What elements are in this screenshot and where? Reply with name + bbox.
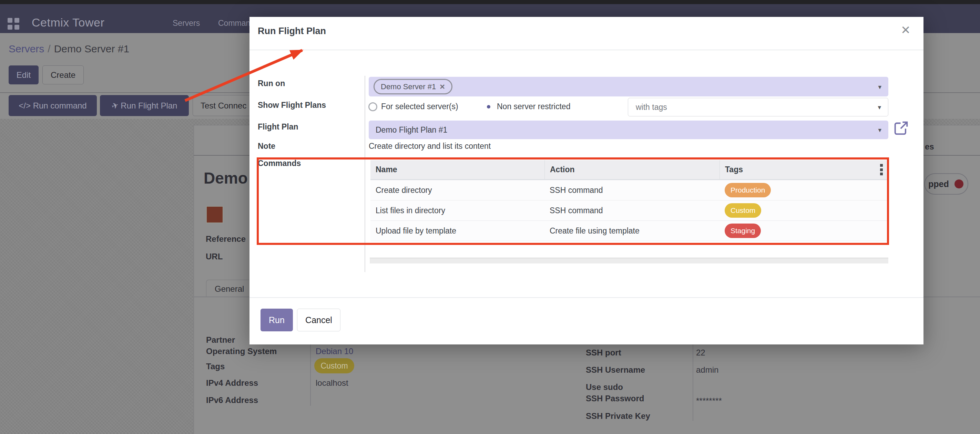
dialog-footer-divider (250, 297, 923, 298)
with-tags-select[interactable]: with tags ▾ (628, 98, 888, 116)
radio-non-server-restricted-label[interactable]: Non server restricted (497, 102, 570, 111)
run-on-field[interactable]: Demo Server #1 ✕ ▾ (369, 77, 888, 97)
nav-item-servers[interactable]: Servers (173, 19, 200, 28)
server-tag-label: Demo Server #1 (381, 82, 436, 91)
column-header-action[interactable]: Action (544, 160, 719, 179)
field-value-ipv4: localhost (316, 378, 348, 388)
field-label-reference: Reference (206, 234, 246, 244)
caret-down-icon[interactable]: ▾ (878, 103, 881, 111)
tag-badge: Staging (725, 224, 761, 238)
caret-down-icon[interactable]: ▾ (878, 126, 881, 134)
column-header-tags[interactable]: Tags (719, 160, 888, 179)
note-value: Create directory and list its content (369, 141, 491, 151)
cell-name: Upload file by template (371, 226, 544, 235)
cell-tags: Production (719, 183, 888, 197)
breadcrumb-servers-link[interactable]: Servers (9, 43, 44, 54)
server-tag-pill[interactable]: Demo Server #1 ✕ (374, 79, 452, 94)
breadcrumb: Servers/Demo Server #1 (9, 43, 129, 55)
field-value-os[interactable]: Debian 10 (316, 347, 353, 356)
table-row[interactable]: Upload file by template Create file usin… (371, 221, 888, 241)
run-flight-plan-button[interactable]: ✈ Run Flight Plan (100, 95, 189, 116)
field-label-ssh-username: SSH Username (586, 365, 645, 375)
cell-action: Create file using template (544, 226, 719, 235)
flight-plan-select[interactable]: Demo Flight Plan #1 ▾ (369, 121, 888, 139)
field-label-ipv6: IPv6 Address (206, 396, 258, 405)
run-on-label: Run on (258, 79, 285, 88)
cell-tags: Custom (719, 203, 888, 218)
field-value-ssh-username: admin (696, 365, 719, 375)
apps-grid-icon[interactable] (8, 18, 19, 30)
dialog-header-divider (250, 49, 923, 50)
create-button[interactable]: Create (42, 65, 84, 84)
dialog-title: Run Flight Plan (258, 26, 326, 37)
edit-button[interactable]: Edit (9, 65, 38, 84)
cell-action: SSH command (544, 186, 719, 195)
commands-label: Commands (258, 159, 301, 168)
field-label-tags: Tags (206, 362, 225, 371)
code-icon: </> (19, 101, 31, 111)
server-color-swatch[interactable] (206, 206, 223, 223)
run-button[interactable]: Run (261, 308, 293, 331)
card-header-text-fragment: es (925, 142, 934, 151)
cell-name: List files in directory (371, 206, 544, 215)
cell-tags: Staging (719, 224, 888, 238)
radio-for-selected-servers-label[interactable]: For selected server(s) (381, 102, 458, 111)
run-command-button[interactable]: </> Run command (9, 95, 97, 116)
server-status-button[interactable]: pped (924, 173, 968, 195)
field-label-ipv4: IPv4 Address (206, 378, 258, 388)
browser-top-strip (0, 0, 980, 4)
note-label: Note (258, 141, 275, 151)
close-icon[interactable]: ✕ (901, 23, 911, 37)
flight-plan-value: Demo Flight Plan #1 (375, 126, 447, 135)
field-label-use-sudo: Use sudo (586, 382, 623, 392)
brand-title[interactable]: Cetmix Tower (32, 16, 104, 29)
tab-general-label: General (215, 284, 244, 294)
run-command-label: Run command (33, 101, 87, 111)
status-stopped-dot-icon (955, 180, 964, 188)
plane-icon: ✈ (110, 100, 119, 111)
remove-tag-icon[interactable]: ✕ (439, 83, 445, 91)
field-value-ssh-port: 22 (696, 348, 705, 358)
breadcrumb-current: Demo Server #1 (54, 43, 129, 54)
run-flight-plan-dialog: Run Flight Plan ✕ Run on Demo Server #1 … (250, 17, 923, 345)
field-label-ssh-port: SSH port (586, 348, 621, 358)
table-row[interactable]: List files in directory SSH command Cust… (371, 200, 888, 221)
breadcrumb-separator: / (44, 43, 54, 54)
status-label-fragment: pped (928, 179, 949, 189)
field-label-ssh-password: SSH Password (586, 394, 644, 403)
caret-down-icon[interactable]: ▾ (878, 83, 881, 91)
show-flight-plans-label: Show Flight Plans (258, 100, 326, 110)
run-flight-plan-label: Run Flight Plan (121, 101, 177, 111)
field-label-ssh-private-key: SSH Private Key (586, 411, 650, 421)
column-options-icon[interactable] (880, 164, 883, 175)
field-label-url: URL (206, 252, 223, 261)
table-scrollbar[interactable] (370, 258, 888, 264)
external-link-icon[interactable] (893, 120, 909, 136)
with-tags-placeholder: with tags (636, 103, 667, 112)
table-row[interactable]: Create directory SSH command Production (371, 180, 888, 200)
field-label-partner: Partner (206, 335, 235, 345)
column-header-name[interactable]: Name (371, 160, 544, 179)
radio-for-selected-servers[interactable] (368, 102, 377, 111)
field-value-ssh-password: ******** (696, 396, 722, 406)
commands-table: Name Action Tags Create directory SSH co… (371, 160, 888, 241)
flight-plan-label: Flight Plan (258, 122, 298, 132)
cancel-button[interactable]: Cancel (297, 308, 340, 331)
ssh-column-separator (693, 345, 693, 421)
cell-action: SSH command (544, 206, 719, 215)
server-title: Demo (204, 169, 248, 188)
screenshot-root: Cetmix Tower Servers Commands Files Tool… (0, 0, 980, 434)
field-label-os: Operating System (206, 347, 277, 356)
info-column-separator (310, 342, 311, 406)
tag-badge: Custom (725, 203, 761, 218)
tag-badge: Production (725, 183, 771, 197)
cell-name: Create directory (371, 186, 544, 195)
label-field-separator (364, 76, 365, 272)
commands-table-header: Name Action Tags (371, 160, 888, 180)
tag-badge-custom-bg: Custom (314, 358, 354, 374)
